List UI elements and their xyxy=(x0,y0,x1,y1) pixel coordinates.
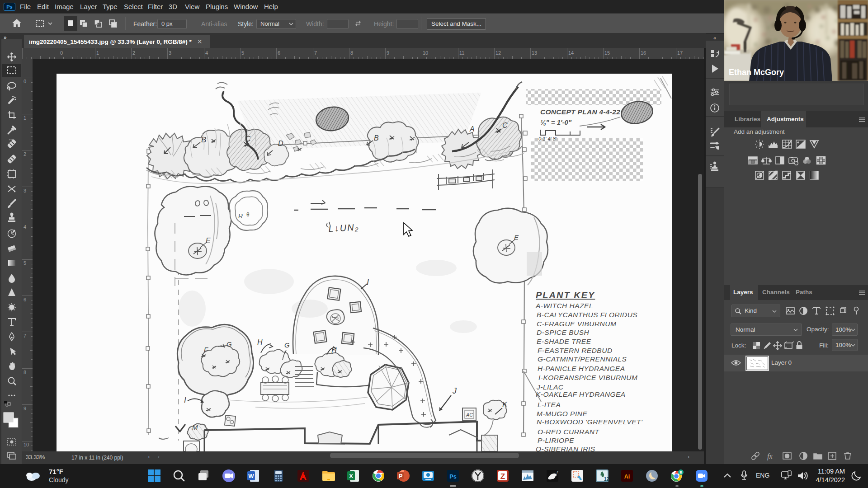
svg-text:Ai: Ai xyxy=(624,474,630,480)
svg-text:E: E xyxy=(679,470,682,474)
svg-text:F-EASTERN REDBUD: F-EASTERN REDBUD xyxy=(538,347,613,354)
svg-text:7: 7 xyxy=(556,470,558,474)
svg-text:J: J xyxy=(452,386,457,395)
svg-text:D: D xyxy=(278,140,283,147)
svg-text:G: G xyxy=(284,341,290,349)
svg-text:F: F xyxy=(204,346,208,353)
svg-text:12: 12 xyxy=(604,477,609,482)
svg-text:H: H xyxy=(257,338,263,346)
svg-text:W: W xyxy=(248,473,254,479)
svg-text:M: M xyxy=(192,423,198,431)
svg-text:B-CALYCANTHUS FLORIDUS: B-CALYCANTHUS FLORIDUS xyxy=(537,311,637,319)
svg-text:I-KOREANSPICE VIBURNUM: I-KOREANSPICE VIBURNUM xyxy=(538,374,637,381)
svg-text:J-LILAC: J-LILAC xyxy=(536,383,564,391)
svg-text:I: I xyxy=(367,278,369,287)
svg-text:O-RED CURRANT: O-RED CURRANT xyxy=(538,428,600,436)
svg-text:PLANT KEY: PLANT KEY xyxy=(536,290,595,300)
svg-text:D-SPICE BUSH: D-SPICE BUSH xyxy=(537,328,590,336)
svg-text:Ps: Ps xyxy=(449,474,456,480)
svg-text:X: X xyxy=(349,473,353,479)
svg-text:Z: Z xyxy=(500,472,505,481)
svg-text:E-SHADE TREE: E-SHADE TREE xyxy=(537,338,591,345)
svg-text:θ: θ xyxy=(246,211,250,218)
svg-text:L↓UN₂: L↓UN₂ xyxy=(328,222,359,234)
svg-text:A: A xyxy=(469,125,475,133)
svg-text:H: H xyxy=(331,347,337,354)
svg-text:R: R xyxy=(238,212,243,220)
svg-text:E: E xyxy=(206,237,211,244)
svg-text:H-PANICLE HYDRANGEA: H-PANICLE HYDRANGEA xyxy=(538,365,625,372)
svg-text:CONCEPT PLAN 4-4-22: CONCEPT PLAN 4-4-22 xyxy=(540,108,620,116)
svg-text:⅛" = 1'-0": ⅛" = 1'-0" xyxy=(540,118,572,126)
svg-text:fx: fx xyxy=(767,452,773,460)
svg-text:B: B xyxy=(374,134,379,142)
svg-text:AC: AC xyxy=(466,412,473,418)
svg-text:Q-SIBERIAN IRIS: Q-SIBERIAN IRIS xyxy=(536,445,595,451)
svg-text:C-FRAGUE VIBURNUM: C-FRAGUE VIBURNUM xyxy=(537,320,616,328)
svg-text:L-ITEA: L-ITEA xyxy=(538,401,561,408)
svg-text:M-MUGO PINE: M-MUGO PINE xyxy=(537,410,587,418)
svg-text:G: G xyxy=(226,340,232,348)
svg-text:G-CATMINT/PERENNIALS: G-CATMINT/PERENNIALS xyxy=(538,355,627,363)
svg-text:P: P xyxy=(399,473,403,479)
svg-text:K-OAKLEAF HYDRANGEA: K-OAKLEAF HYDRANGEA xyxy=(536,390,626,398)
svg-text:Ethan McGory: Ethan McGory xyxy=(729,68,784,77)
svg-text:0 1′ 4′ 8′: 0 1′ 4′ 8′ xyxy=(538,136,557,141)
svg-text:E: E xyxy=(514,234,519,241)
svg-text:N-BOXWOOD 'GREENVELVET': N-BOXWOOD 'GREENVELVET' xyxy=(537,418,643,426)
svg-text:C: C xyxy=(502,122,508,129)
svg-text:P-LIRIOPE: P-LIRIOPE xyxy=(538,436,574,444)
svg-text:A-WITCH HAZEL: A-WITCH HAZEL xyxy=(535,302,593,310)
svg-text:I: I xyxy=(184,396,186,404)
svg-text:K: K xyxy=(502,401,508,408)
